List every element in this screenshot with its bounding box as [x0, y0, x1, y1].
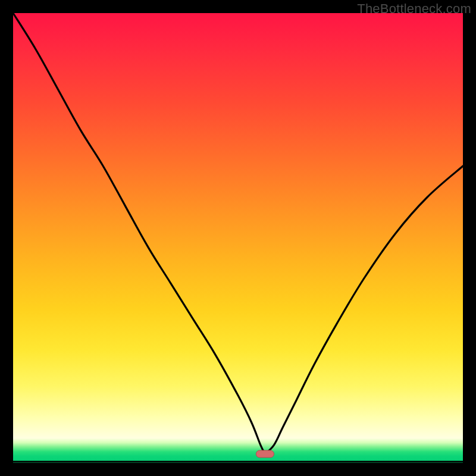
chart-svg	[13, 13, 463, 463]
chart-frame: TheBottleneck.com	[0, 0, 476, 476]
minimum-marker	[256, 450, 274, 458]
curve-left	[13, 13, 265, 454]
plot-area	[13, 13, 463, 463]
curve-right	[265, 166, 463, 454]
